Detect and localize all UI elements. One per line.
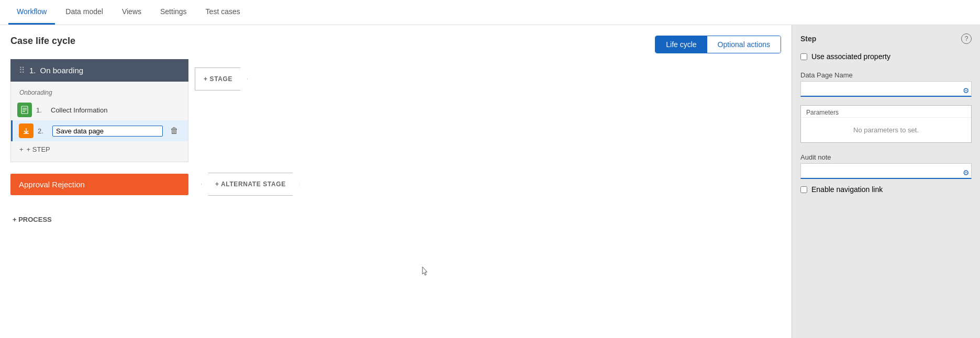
lifecycle-toggle: Life cycle Optional actions [655, 36, 781, 53]
data-page-name-label: Data Page Name [800, 71, 972, 79]
workflow-canvas: Case life cycle Life cycle Optional acti… [0, 25, 792, 338]
stage-section-label: Onborading [11, 86, 188, 99]
add-step-label: + STEP [27, 145, 50, 153]
add-process-button[interactable]: + PROCESS [10, 210, 781, 229]
optional-actions-btn[interactable]: Optional actions [707, 36, 781, 53]
add-stage-button[interactable]: + STAGE [195, 67, 248, 91]
step-1-number: 1. [36, 106, 47, 114]
data-page-name-section: Data Page Name ⚙ [800, 67, 972, 97]
tab-views[interactable]: Views [114, 0, 150, 25]
step-1[interactable]: 1. Collect Information [11, 99, 188, 120]
data-page-name-gear-icon[interactable]: ⚙ [963, 86, 970, 95]
stage-1-name: On boarding [40, 66, 84, 75]
step-2-number: 2. [38, 127, 48, 135]
audit-note-section: Audit note ⚙ [800, 149, 972, 179]
data-page-name-input[interactable] [800, 81, 972, 97]
approval-rejection-label[interactable]: Approval Rejection [10, 174, 188, 195]
use-associated-property-checkbox[interactable] [800, 53, 807, 60]
audit-note-gear-icon[interactable]: ⚙ [963, 168, 970, 177]
enable-navigation-link-label: Enable navigation link [811, 185, 883, 194]
parameters-legend: Parameters [801, 106, 971, 118]
step-1-icon [17, 103, 32, 117]
cursor [421, 266, 429, 278]
add-alternate-stage-button[interactable]: + ALTERNATE STAGE [201, 173, 300, 196]
audit-note-input[interactable] [800, 163, 972, 179]
use-associated-property-label: Use associated property [811, 52, 890, 61]
enable-navigation-link-checkbox[interactable] [800, 186, 807, 193]
right-panel: Step ? Use associated property Data Page… [792, 25, 980, 338]
top-navigation: Workflow Data model Views Settings Test … [0, 0, 980, 25]
use-associated-property-row: Use associated property [800, 52, 972, 61]
help-icon[interactable]: ? [961, 33, 972, 44]
parameters-section: Parameters No parameters to set. [800, 103, 972, 143]
main-layout: Case life cycle Life cycle Optional acti… [0, 25, 980, 338]
step-2-icon [19, 123, 34, 138]
add-step-button[interactable]: + + STEP [11, 141, 188, 157]
stage-1: ⠿ 1. On boarding Onborading [10, 59, 188, 162]
workflow-content: ⠿ 1. On boarding Onborading [10, 59, 781, 229]
drag-icon: ⠿ [19, 65, 25, 75]
audit-note-label: Audit note [800, 153, 972, 161]
tab-test-cases[interactable]: Test cases [197, 0, 249, 25]
add-step-plus-icon: + [19, 145, 24, 153]
stage-1-number: 1. [29, 66, 36, 75]
stage-1-header[interactable]: ⠿ 1. On boarding [10, 59, 188, 82]
tab-settings[interactable]: Settings [152, 0, 195, 25]
audit-note-wrapper: ⚙ [800, 163, 972, 179]
process-block-approval: Approval Rejection + ALTERNATE STAGE [10, 173, 781, 196]
enable-navigation-link-row: Enable navigation link [800, 185, 972, 194]
step-2-delete-btn[interactable]: 🗑 [167, 125, 182, 137]
tab-data-model[interactable]: Data model [57, 0, 112, 25]
lifecycle-btn[interactable]: Life cycle [655, 36, 707, 53]
parameters-box: Parameters No parameters to set. [800, 105, 972, 143]
stage-1-body: Onborading 1. [10, 82, 188, 162]
data-page-name-wrapper: ⚙ [800, 81, 972, 97]
step-1-name: Collect Information [51, 106, 182, 114]
panel-header: Step ? [800, 33, 972, 44]
step-2[interactable]: 2. 🗑 [11, 120, 188, 141]
process-block-1: ⠿ 1. On boarding Onborading [10, 59, 781, 162]
parameters-content: No parameters to set. [801, 118, 971, 142]
tab-workflow[interactable]: Workflow [8, 0, 55, 25]
step-2-name-input[interactable] [52, 126, 163, 137]
panel-title: Step [800, 35, 816, 43]
